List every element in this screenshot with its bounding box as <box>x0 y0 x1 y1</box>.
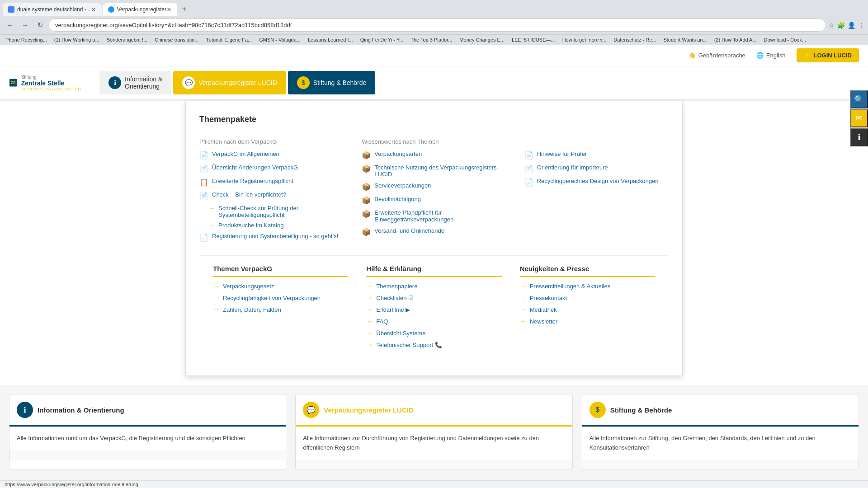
bookmark-7[interactable]: Lessons Learned f... <box>306 36 355 43</box>
menu-item-erweiterte-reg[interactable]: 📋 Erweiterte Registrierungspflicht <box>199 178 344 187</box>
menu-item-verpackungsarten[interactable]: 📦 Verpackungsarten <box>362 150 506 160</box>
sidebar-email-button[interactable]: ✉ <box>850 109 868 127</box>
english-item[interactable]: 🌐 English <box>756 52 786 59</box>
tab-1[interactable]: duale systeme deutschland -... ✕ <box>3 3 102 16</box>
bookmark-3[interactable]: Sonderangebot !... <box>105 36 150 43</box>
themen-mediathek[interactable]: → Mediathek <box>520 306 655 313</box>
forward-button[interactable]: → <box>19 19 32 31</box>
bookmark-11[interactable]: LEE 'S HOUSE—... <box>510 36 557 43</box>
nav-item-info[interactable]: ℹ Information & Orientierung <box>99 71 171 94</box>
menu-item-bevollmaechtigung-label: Bevollmächtigung <box>374 196 421 202</box>
lucid-card-footer <box>296 460 572 469</box>
bookmark-4[interactable]: Chinese translatio... <box>153 36 200 43</box>
bookmark-6[interactable]: GMSN - Volagda... <box>257 36 302 43</box>
menu-item-verpackg-allg[interactable]: 📄 VerpackG im Allgemeinen <box>199 150 344 160</box>
themen-mediathek-label: Mediathek <box>530 306 557 313</box>
doc-icon-6: 📄 <box>524 164 533 173</box>
themen-verpackungsgesetz-label: Verpackungsgesetz <box>223 283 274 290</box>
info-card[interactable]: ℹ Information & Orientierung Alle Inform… <box>9 394 286 469</box>
menu-item-uebersicht[interactable]: 📄 Übersicht Änderungen VerpackG <box>199 164 344 173</box>
themen-faq[interactable]: → FAQ <box>366 318 501 325</box>
menu-item-versand[interactable]: 📦 Versand- und Onlinehandel <box>362 227 506 236</box>
lucid-card-body: Alle Informationen zur Durchführung von … <box>296 427 572 460</box>
arrow-icon-8: → <box>366 306 373 313</box>
logo-area[interactable]: ZS Stiftung Zentrale Stelle VERPACKUNGSR… <box>9 74 81 92</box>
bookmark-9[interactable]: The Top 3 Platfor... <box>409 36 454 43</box>
reload-button[interactable]: ↻ <box>34 19 46 31</box>
tab-1-close[interactable]: ✕ <box>91 6 96 13</box>
tab-2[interactable]: Verpackungsregister ✕ <box>103 3 177 16</box>
menu-item-hinweise-label: Hinweise für Prüfer <box>537 150 587 157</box>
menu-item-produktsuche[interactable]: → Produktsuche im Katalog <box>208 222 344 229</box>
bookmark-13[interactable]: Datenschutz - Re... <box>612 36 658 43</box>
menu-item-check[interactable]: 📄 Check – Bin ich verpflichtet? <box>199 191 344 200</box>
themen-zahlen[interactable]: → Zahlen, Daten, Fakten <box>213 306 348 313</box>
menu-item-orientierung[interactable]: 📄 Orientierung für Importeure <box>524 164 669 173</box>
menu-item-service[interactable]: 📦 Serviceverpackungen <box>362 182 506 191</box>
menu-item-bevollmaechtigung[interactable]: 📦 Bevollmächtigung <box>362 196 506 205</box>
bookmark-2[interactable]: (1) How Working a... <box>52 36 101 43</box>
themen-checklisten[interactable]: → Checklisten ☑ <box>366 294 501 301</box>
page: 👋 Gebärdensprache 🌐 English ⚡ LOGIN LUCI… <box>0 45 868 479</box>
themen-pressekontakt-label: Pressekontakt <box>530 295 567 301</box>
back-button[interactable]: ← <box>4 19 16 31</box>
tab-1-label: duale systeme deutschland -... <box>17 6 91 13</box>
nav-stiftung-label: Stiftung & Behörde <box>313 79 367 86</box>
themen-recycling-label: Recyclingfähigkeit von Verpackungen <box>223 295 321 301</box>
doc-icon-1: 📄 <box>199 151 208 160</box>
address-bar-input[interactable] <box>48 19 826 32</box>
bookmark-1[interactable]: Phone Recycling... <box>4 36 49 43</box>
lucid-card-title: Verpackungsregister LUCID <box>324 406 413 414</box>
sign-language-item[interactable]: 👋 Gebärdensprache <box>689 52 745 59</box>
sidebar-info-button[interactable]: ℹ <box>850 128 868 146</box>
themen-telefonischer[interactable]: → Telefonischer Support 📞 <box>366 341 501 348</box>
menu-item-recycling[interactable]: 📄 Recyclinggerechtes Design von Verpacku… <box>524 178 669 187</box>
sign-language-label: Gebärdensprache <box>698 52 745 59</box>
bookmark-14[interactable]: Student Wants an... <box>661 36 708 43</box>
bookmark-star-button[interactable]: ☆ <box>829 22 835 29</box>
themen-verpackungsgesetz[interactable]: → Verpackungsgesetz <box>213 282 348 290</box>
doc-icon-4: 📄 <box>199 233 208 242</box>
themen-section: Themen VerpackG → Verpackungsgesetz → Re… <box>199 255 669 362</box>
themen-pressemitteilungen[interactable]: → Pressemitteilungen & Aktuelles <box>520 282 655 290</box>
new-tab-button[interactable]: + <box>178 3 190 16</box>
themen-pressekontakt[interactable]: → Pressekontakt <box>520 294 655 301</box>
arrow-icon-3: → <box>213 282 219 290</box>
menu-item-technische[interactable]: 📦 Technische Nutzung des Verpackungsregi… <box>362 164 506 178</box>
bookmark-12[interactable]: How to get more v... <box>561 36 609 43</box>
menu-button[interactable]: ⋮ <box>858 22 864 29</box>
menu-item-registrierung[interactable]: 📄 Registrierung und Systembeteiligung - … <box>199 233 344 242</box>
arrow-icon-5: → <box>213 306 219 313</box>
bookmark-5[interactable]: Tutorial: Eigene Fa... <box>204 36 254 43</box>
arrow-icon-6: → <box>366 282 373 290</box>
bookmark-16[interactable]: Download - Cook... <box>762 36 808 43</box>
globe-icon: 🌐 <box>756 52 764 59</box>
profile-button[interactable]: 👤 <box>848 22 855 29</box>
dropdown-col-1: Pflichten nach dem VerpackG 📄 VerpackG i… <box>199 138 344 246</box>
extensions-button[interactable]: 🧩 <box>837 22 845 29</box>
cards-section: ℹ Information & Orientierung Alle Inform… <box>0 385 868 479</box>
utility-bar: 👋 Gebärdensprache 🌐 English ⚡ LOGIN LUCI… <box>0 45 868 66</box>
themen-themenpapiere[interactable]: → Themenpapiere <box>366 282 501 290</box>
bookmark-15[interactable]: (2) How To Add A... <box>712 36 759 43</box>
box-icon-6: 📦 <box>362 228 371 236</box>
login-button[interactable]: ⚡ LOGIN LUCID <box>797 48 859 62</box>
themen-recycling[interactable]: → Recyclingfähigkeit von Verpackungen <box>213 294 348 301</box>
themen-newsletter[interactable]: → Newsletter <box>520 318 655 325</box>
nav-item-lucid[interactable]: 💬 Verpackungsregister LUCID <box>173 71 286 94</box>
themen-erklaefilme[interactable]: → Erklärfilme ▶ <box>366 306 501 313</box>
nav-item-stiftung[interactable]: $ Stiftung & Behörde <box>288 71 376 94</box>
themen-uebersicht-systeme[interactable]: → Übersicht Systeme <box>366 329 501 337</box>
bookmark-8[interactable]: Qing Fei De Yi - Y... <box>359 36 406 43</box>
arrow-icon-1: → <box>208 205 215 212</box>
bookmark-10[interactable]: Money Changes E... <box>458 36 506 43</box>
menu-item-erweiterte-pfand[interactable]: 📦 Erweiterte Pfandpflicht für Einweggetr… <box>362 209 506 223</box>
box-icon-5: 📦 <box>362 210 371 218</box>
sidebar-search-button[interactable]: 🔍 <box>850 90 868 108</box>
menu-item-schnell-check[interactable]: → Schnell-Check zur Prüfung der Systembe… <box>208 205 344 218</box>
stiftung-card[interactable]: $ Stiftung & Behörde Alle Informationen … <box>582 394 859 469</box>
lucid-card[interactable]: 💬 Verpackungsregister LUCID Alle Informa… <box>295 394 572 469</box>
menu-item-hinweise[interactable]: 📄 Hinweise für Prüfer <box>524 150 669 160</box>
tab-2-close[interactable]: ✕ <box>166 6 172 13</box>
lucid-card-header: 💬 Verpackungsregister LUCID <box>296 394 572 427</box>
